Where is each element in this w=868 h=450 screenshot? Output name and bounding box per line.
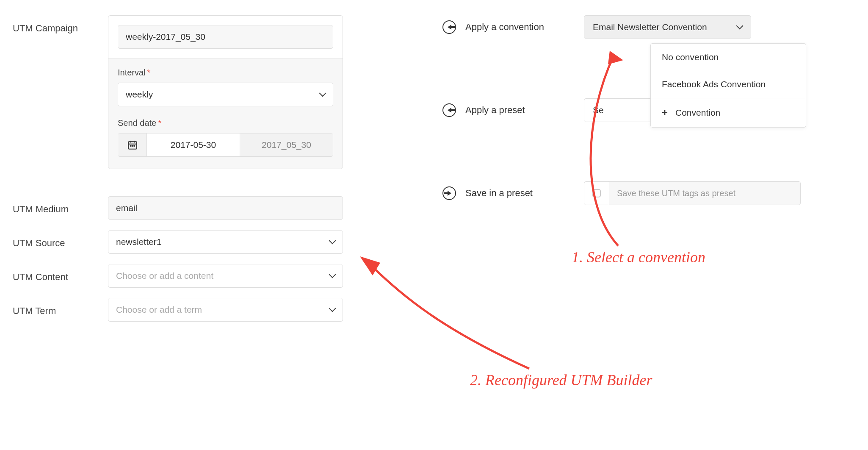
row-apply-convention: Apply a convention Email Newsletter Conv… bbox=[442, 15, 824, 39]
svg-point-4 bbox=[130, 145, 131, 146]
utm-source-value: newsletter1 bbox=[116, 237, 161, 247]
label-utm-medium: UTM Medium bbox=[13, 196, 108, 215]
senddate-input[interactable]: 2017-05-30 bbox=[147, 133, 240, 156]
label-utm-content: UTM Content bbox=[13, 264, 108, 283]
utm-term-placeholder: Choose or add a term bbox=[116, 305, 202, 315]
row-utm-term: UTM Term Choose or add a term bbox=[13, 298, 351, 322]
utm-term-select[interactable]: Choose or add a term bbox=[108, 298, 343, 322]
campaign-panel: weekly-2017_05_30 Interval* weekly Send … bbox=[108, 15, 343, 169]
apply-convention-label: Apply a convention bbox=[465, 22, 584, 33]
preset-visible-text: Se bbox=[593, 105, 604, 115]
utm-content-placeholder: Choose or add a content bbox=[116, 271, 213, 281]
svg-marker-8 bbox=[360, 256, 380, 275]
label-utm-source: UTM Source bbox=[13, 230, 108, 249]
utm-medium-value: email bbox=[116, 203, 137, 213]
utm-campaign-input[interactable]: weekly-2017_05_30 bbox=[118, 25, 333, 49]
utm-builder-form: UTM Campaign weekly-2017_05_30 Interval*… bbox=[13, 15, 351, 332]
required-marker: * bbox=[147, 68, 151, 77]
utm-medium-input[interactable]: email bbox=[108, 196, 343, 220]
chevron-down-icon bbox=[329, 237, 336, 244]
checkbox-icon bbox=[592, 189, 601, 197]
annotation-step1: 1. Select a convention bbox=[572, 248, 705, 266]
utm-campaign-value: weekly-2017_05_30 bbox=[126, 32, 205, 42]
plus-icon: + bbox=[662, 107, 668, 119]
convention-selected-value: Email Newsletter Convention bbox=[593, 22, 707, 32]
save-preset-input[interactable]: Save these UTM tags as preset bbox=[609, 181, 801, 205]
save-preset-label: Save in a preset bbox=[465, 188, 584, 199]
senddate-group: 2017-05-30 2017_05_30 bbox=[118, 133, 333, 157]
row-utm-source: UTM Source newsletter1 bbox=[13, 230, 351, 254]
chevron-down-icon bbox=[319, 90, 326, 97]
chevron-down-icon bbox=[736, 22, 744, 30]
row-save-preset: Save in a preset Save these UTM tags as … bbox=[442, 181, 824, 205]
save-preset-placeholder: Save these UTM tags as preset bbox=[617, 189, 735, 198]
label-utm-term: UTM Term bbox=[13, 298, 108, 317]
label-utm-campaign: UTM Campaign bbox=[13, 15, 108, 34]
interval-label: Interval* bbox=[118, 68, 333, 78]
arrow-left-icon bbox=[442, 20, 456, 34]
svg-point-6 bbox=[134, 145, 135, 146]
save-preset-checkbox[interactable] bbox=[584, 181, 609, 205]
arrow-left-icon bbox=[442, 103, 456, 117]
dropdown-add-convention[interactable]: + Convention bbox=[651, 98, 806, 127]
arrow-right-icon bbox=[442, 186, 456, 200]
annotation-step2: 2. Reconfigured UTM Builder bbox=[470, 371, 652, 389]
row-utm-campaign: UTM Campaign weekly-2017_05_30 Interval*… bbox=[13, 15, 351, 169]
dropdown-item-facebook-ads[interactable]: Facebook Ads Convention bbox=[651, 71, 806, 98]
row-utm-medium: UTM Medium email bbox=[13, 196, 351, 220]
utm-source-select[interactable]: newsletter1 bbox=[108, 230, 343, 254]
required-marker: * bbox=[158, 118, 161, 128]
senddate-label: Send date* bbox=[118, 118, 333, 128]
dropdown-item-no-convention[interactable]: No convention bbox=[651, 44, 806, 71]
interval-value: weekly bbox=[126, 89, 153, 100]
svg-point-5 bbox=[132, 145, 133, 146]
chevron-down-icon bbox=[329, 305, 336, 312]
convention-select[interactable]: Email Newsletter Convention bbox=[584, 15, 751, 39]
senddate-format: 2017_05_30 bbox=[240, 133, 333, 156]
utm-content-select[interactable]: Choose or add a content bbox=[108, 264, 343, 288]
row-utm-content: UTM Content Choose or add a content bbox=[13, 264, 351, 288]
apply-preset-label: Apply a preset bbox=[465, 105, 584, 116]
calendar-icon[interactable] bbox=[118, 133, 147, 156]
chevron-down-icon bbox=[329, 271, 336, 278]
interval-select[interactable]: weekly bbox=[118, 83, 333, 106]
convention-dropdown: No convention Facebook Ads Convention + … bbox=[650, 43, 806, 128]
